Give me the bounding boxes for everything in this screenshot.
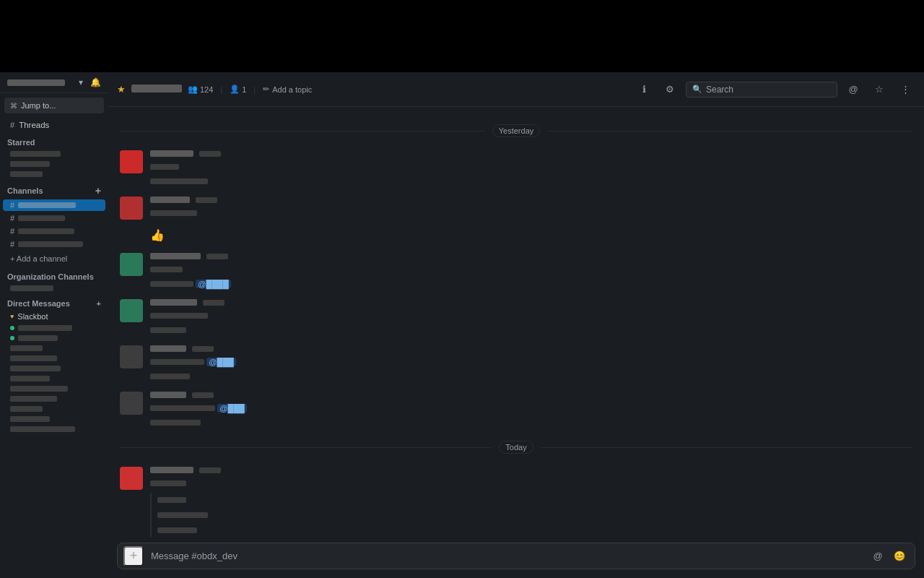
add-channel-button[interactable]: + Add a channel	[3, 251, 105, 266]
time-y1	[199, 150, 221, 158]
at-icon-button[interactable]: @	[843, 79, 863, 100]
dm-status-dot-2	[10, 336, 14, 340]
yesterday-label: Yesterday	[492, 124, 541, 137]
settings-icon-button[interactable]: ⚙	[660, 79, 680, 100]
sender-y1	[150, 149, 193, 159]
chevron-down-icon[interactable]: ▾	[75, 77, 87, 88]
time-y5	[192, 345, 214, 353]
channel-item-2[interactable]: #	[3, 212, 105, 224]
channel-star-icon[interactable]: ★	[117, 84, 126, 95]
member-count-item[interactable]: 👥 124	[188, 85, 213, 94]
add-topic-button[interactable]: ✏ Add a topic	[263, 85, 312, 94]
add-channel-label: + Add a channel	[10, 254, 67, 263]
threads-icon: #	[10, 121, 14, 129]
at-mention-button[interactable]: @	[868, 547, 887, 566]
sidebar-header: ▾ 🔔	[0, 72, 108, 93]
dm-name-4	[10, 355, 57, 361]
starred-item-3[interactable]	[3, 170, 105, 178]
channel-header-left: ★ 👥 124 | 👤 1 | ✏	[117, 84, 312, 95]
channel-name-header	[131, 84, 182, 95]
bell-icon[interactable]: 🔔	[90, 77, 101, 88]
message-attach-button[interactable]: +	[123, 546, 144, 566]
starred-item-1[interactable]	[3, 150, 105, 158]
dm-item-5[interactable]	[3, 364, 105, 373]
dm-name-8	[10, 396, 57, 402]
workspace-name	[7, 77, 75, 87]
info-icon-button[interactable]: ℹ	[634, 79, 654, 100]
dm-item-bottom[interactable]	[3, 425, 105, 434]
dm-label: Direct Messages	[7, 299, 70, 308]
avatar-y5	[120, 345, 143, 368]
bookmark-icon-button[interactable]: ☆	[869, 79, 889, 100]
dm-name-7	[10, 386, 68, 392]
dm-item-2[interactable]	[3, 334, 105, 342]
mention-tag-y3: @████	[196, 280, 230, 288]
online-count-item[interactable]: 👤 1	[230, 85, 246, 94]
channel-item-4[interactable]: #	[3, 238, 105, 250]
emoji-reaction: 👍	[150, 229, 165, 241]
divider-line-right-1	[547, 131, 912, 131]
time-y2	[196, 197, 217, 204]
dm-name-3	[10, 345, 43, 351]
message-text-input[interactable]	[148, 543, 864, 569]
threads-nav-item[interactable]: # Threads	[3, 118, 105, 131]
dm-item-4[interactable]	[3, 354, 105, 363]
dm-item-3[interactable]	[3, 344, 105, 353]
dm-item-10[interactable]	[3, 415, 105, 423]
avatar-t1	[120, 467, 143, 490]
message-content-y6: @███	[150, 390, 912, 429]
message-header-y2	[150, 195, 912, 205]
text-y2	[150, 207, 912, 220]
dm-item-7[interactable]	[3, 384, 105, 393]
sender-y3	[150, 251, 201, 262]
starred-label: Starred	[7, 138, 35, 147]
divider-line-left-1	[120, 131, 485, 131]
add-dm-icon[interactable]: +	[97, 299, 101, 308]
channel-header: ★ 👥 124 | 👤 1 | ✏	[108, 72, 924, 107]
mention-tag-y6: @███	[217, 404, 247, 413]
header-meta: 👥 124 | 👤 1 | ✏ Add a topic	[188, 85, 312, 94]
starred-item-3-name	[10, 171, 43, 177]
avatar-y2	[120, 197, 143, 220]
channel-hash-4: #	[10, 240, 14, 249]
message-header-y6	[150, 390, 912, 400]
message-group-y1	[108, 146, 924, 191]
channel-item-3[interactable]: #	[3, 225, 105, 237]
dm-item-9[interactable]	[3, 405, 105, 413]
message-group-emoji: 👍	[108, 224, 924, 247]
search-box[interactable]: 🔍	[686, 82, 837, 98]
sender-t1	[150, 465, 193, 475]
text-y1	[150, 160, 912, 188]
dm-name-10	[10, 416, 50, 422]
dm-item-1[interactable]	[3, 324, 105, 332]
online-icon: 👤	[230, 85, 240, 94]
message-group-y2	[108, 192, 924, 223]
member-count: 124	[200, 85, 213, 94]
emoji-button[interactable]: 😊	[890, 547, 909, 566]
mention-tag-y5: @███	[206, 358, 236, 366]
input-right-icons: @ 😊	[868, 547, 909, 566]
starred-section-label: Starred	[0, 132, 108, 149]
dm-slackbot[interactable]: ♥ Slackbot	[3, 311, 105, 322]
channel-name-1	[18, 202, 76, 208]
add-channel-icon[interactable]: +	[95, 185, 101, 197]
time-y6	[192, 392, 214, 400]
dm-item-8[interactable]	[3, 394, 105, 403]
avatar-y4	[120, 299, 143, 322]
more-icon-button[interactable]: ⋮	[895, 79, 915, 100]
text-y5: @███	[150, 355, 912, 383]
text-y4	[150, 309, 912, 337]
avatar-y1	[120, 150, 143, 173]
channel-item-1[interactable]: #	[3, 199, 105, 211]
search-input[interactable]	[706, 85, 831, 95]
emoji-content: 👍	[150, 227, 912, 244]
jump-to-button[interactable]: ⌘ Jump to...	[4, 98, 104, 113]
starred-item-2[interactable]	[3, 160, 105, 168]
org-channel-item-1[interactable]	[3, 284, 105, 293]
threads-label: Threads	[19, 121, 49, 129]
messages-area[interactable]: Yesterday	[108, 107, 924, 537]
dm-item-6[interactable]	[3, 374, 105, 383]
channel-hash-1: #	[10, 201, 14, 210]
today-divider: Today	[120, 441, 912, 454]
org-channels-label: Organization Channels	[0, 267, 108, 283]
